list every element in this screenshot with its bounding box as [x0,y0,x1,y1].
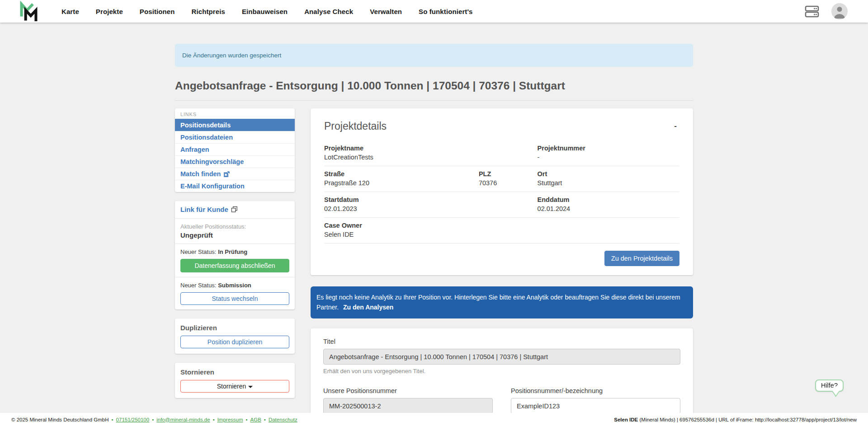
footer-impressum-link[interactable]: Impressum [217,417,243,422]
page-content: Die Änderungen wurden gespeichert Angebo… [175,23,693,426]
footer: © 2025 Mineral Minds Deutschland GmbH • … [0,413,868,426]
complete-data-entry-button[interactable]: Datenerfassung abschließen [180,259,289,272]
help-button[interactable]: Hilfe? [815,379,844,392]
sidebar-item-label: Positionsdateien [180,134,233,141]
new-status-prefix: Neuer Status: [180,282,217,289]
new-status-prefix: Neuer Status: [180,248,217,255]
sidebar-item-label: E-Mail Konfiguration [180,183,245,190]
position-number-input[interactable] [511,398,680,414]
field-label: Projektnummer [538,145,679,152]
caret-down-icon [248,386,253,388]
current-status-label: Aktueller Positionsstatus: [180,223,289,230]
nav-analyse-check[interactable]: Analyse Check [304,8,353,15]
project-row-name: Projektname LotCreationTests Projektnumm… [324,140,679,166]
field-label: Projektname [324,145,538,152]
user-avatar[interactable] [831,3,848,19]
footer-user-name: Selen IDE [614,417,638,422]
project-row-address: Straße Pragstraße 120 PLZ 70376 Ort Stut… [324,166,679,192]
sidebar-item-positionsdetails[interactable]: Positionsdetails [175,119,295,131]
new-status-value: In Prüfung [218,248,247,255]
sidebar-item-matchingvorschlaege[interactable]: Matchingvorschläge [175,155,295,168]
external-link-icon [224,171,230,177]
page-title: Angebotsanfrage - Entsorgung | 10.000 To… [175,80,693,101]
person-icon [831,3,848,19]
nav-projekte[interactable]: Projekte [96,8,123,15]
footer-separator: • [264,417,266,422]
nav-positionen[interactable]: Positionen [140,8,175,15]
switch-status-button[interactable]: Status wechseln [180,292,289,305]
field-value: LotCreationTests [324,154,538,161]
sidebar-item-label: Anfragen [180,146,209,153]
nav-richtpreis[interactable]: Richtpreis [192,8,225,15]
analytics-banner: Es liegt noch keine Analytik zu Ihrer Po… [311,286,693,318]
our-position-number-input [323,398,493,414]
go-to-analyses-link[interactable]: Zu den Analysen [343,304,394,311]
nav-verwalten[interactable]: Verwalten [370,8,402,15]
field-value: 02.01.2024 [538,205,679,212]
title-field-label: Titel [323,338,680,345]
cancel-button-label: Stornieren [217,383,246,390]
project-details-title: Projektdetails [324,120,387,132]
footer-separator: • [246,417,248,422]
nav-einbauweisen[interactable]: Einbauweisen [242,8,288,15]
footer-email-link[interactable]: info@mineral-minds.de [156,417,210,422]
current-status-value: Ungeprüft [180,231,289,239]
cancel-dropdown-button[interactable]: Stornieren [180,380,289,393]
project-row-dates: Startdatum 02.01.2023 Enddatum 02.01.202… [324,192,679,218]
collapse-button[interactable]: - [671,120,679,131]
sidebar-item-label: Positionsdetails [180,122,231,129]
links-card: LINKS Positionsdetails Positionsdateien … [175,108,295,192]
go-to-project-details-button[interactable]: Zu den Projektdetails [604,251,679,266]
footer-agb-link[interactable]: AGB [250,417,261,422]
field-value: 70376 [479,179,538,187]
duplicate-card: Duplizieren Position duplizieren [175,318,295,354]
field-value: 02.01.2023 [324,205,538,212]
main-column: Projektdetails - Projektname LotCreation… [311,108,693,426]
sidebar-item-label: Matchingvorschläge [180,158,244,165]
nav-so-funktionierts[interactable]: So funktioniert's [419,8,472,15]
sidebar-item-match-finden[interactable]: Match finden [175,168,295,180]
sidebar-item-email-konfiguration[interactable]: E-Mail Konfiguration [175,180,295,192]
cancel-card-title: Stornieren [180,368,289,376]
footer-session-info: Selen IDE (Mineral Minds) | 69576255536d… [614,417,857,422]
success-alert-text: Die Änderungen wurden gespeichert [182,52,281,59]
new-status-line-2: Neuer Status: Submission [180,282,289,289]
customer-link[interactable]: Link für Kunde [180,206,238,213]
sidebar: LINKS Positionsdetails Positionsdateien … [175,108,295,398]
field-value: Stuttgart [538,179,679,187]
duplicate-position-button[interactable]: Position duplizieren [180,336,289,348]
project-row-owner: Case Owner Selen IDE [324,218,679,243]
field-value: Selen IDE [324,231,538,238]
status-card: Link für Kunde Aktueller Positionsstatus… [175,201,295,309]
copy-icon [231,206,238,213]
footer-session-details: (Mineral Minds) | 69576255536d | URL of … [638,417,857,422]
title-help-text: Erhält den von uns vorgegebenen Titel. [323,368,680,375]
links-card-header: LINKS [175,108,295,119]
sidebar-item-positionsdateien[interactable]: Positionsdateien [175,131,295,143]
new-status-value: Submission [218,282,251,289]
success-alert: Die Änderungen wurden gespeichert [175,44,693,67]
position-form-card: Titel Erhält den von uns vorgegebenen Ti… [311,328,693,426]
field-value: Pragstraße 120 [324,179,479,187]
field-value: - [538,154,679,161]
new-status-line-1: Neuer Status: In Prüfung [180,248,289,255]
cancel-card: Stornieren Stornieren [175,363,295,398]
nav-karte[interactable]: Karte [61,8,79,15]
sidebar-item-anfragen[interactable]: Anfragen [175,143,295,155]
customer-link-label: Link für Kunde [180,206,228,213]
footer-separator: • [152,417,154,422]
field-label: Enddatum [538,196,679,203]
field-label: PLZ [479,170,538,178]
position-number-label: Positionsnummer/-bezeichnung [511,387,680,394]
field-label: Straße [324,170,479,178]
our-position-number-label: Unsere Positionsnummer [323,387,493,394]
field-label: Startdatum [324,196,538,203]
server-stack-icon[interactable] [804,5,820,18]
field-label: Case Owner [324,222,538,229]
footer-separator: • [213,417,215,422]
main-navigation: Karte Projekte Positionen Richtpreis Ein… [61,8,473,15]
footer-datenschutz-link[interactable]: Datenschutz [269,417,297,422]
footer-copyright: © 2025 Mineral Minds Deutschland GmbH [11,417,109,422]
mineral-minds-logo[interactable] [18,1,38,22]
footer-phone-link[interactable]: 07151/250100 [116,417,150,422]
